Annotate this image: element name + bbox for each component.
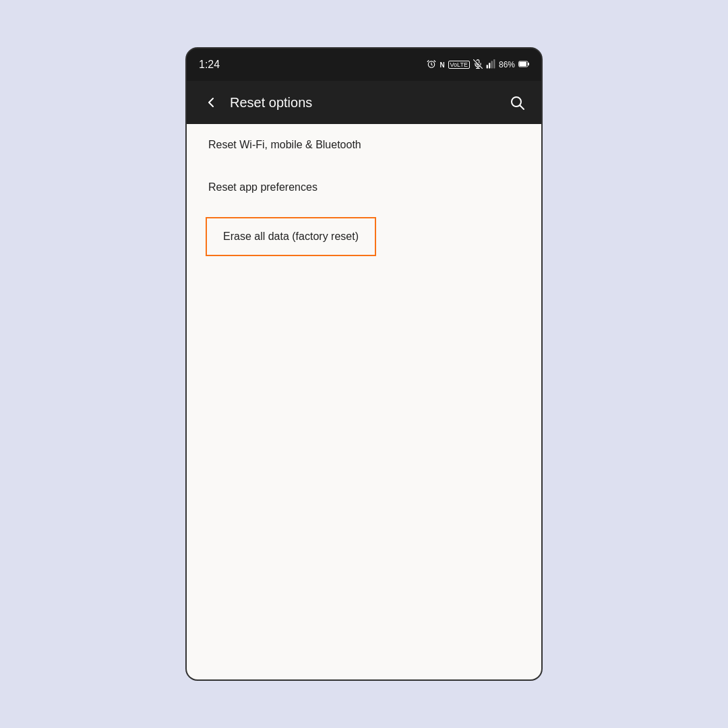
search-button[interactable] — [504, 89, 530, 116]
svg-rect-4 — [487, 65, 488, 68]
page-title: Reset options — [230, 95, 504, 111]
status-bar: 1:24 N VoLTE — [187, 49, 541, 81]
highlighted-wrapper: Erase all data (factory reset) — [187, 209, 541, 264]
mute-icon — [473, 59, 483, 70]
svg-rect-7 — [493, 59, 495, 68]
battery-percent: 86% — [499, 60, 515, 69]
svg-rect-9 — [528, 63, 529, 65]
menu-item-reset-wifi[interactable]: Reset Wi-Fi, mobile & Bluetooth — [187, 124, 541, 166]
content-area: Reset Wi-Fi, mobile & Bluetooth Reset ap… — [187, 124, 541, 679]
phone-frame: 1:24 N VoLTE — [185, 47, 543, 681]
back-arrow-icon — [203, 94, 219, 111]
svg-line-12 — [520, 106, 524, 110]
battery-icon — [518, 59, 529, 70]
menu-item-reset-app-label: Reset app preferences — [208, 181, 317, 193]
volte-icon: VoLTE — [448, 61, 470, 69]
svg-rect-6 — [491, 61, 493, 68]
menu-item-reset-wifi-label: Reset Wi-Fi, mobile & Bluetooth — [208, 139, 361, 150]
nfc-icon: N — [439, 61, 444, 69]
svg-rect-5 — [489, 63, 490, 68]
alarm-icon — [427, 59, 436, 70]
menu-item-reset-app[interactable]: Reset app preferences — [187, 166, 541, 209]
back-button[interactable] — [198, 89, 224, 116]
signal-icon — [486, 59, 495, 70]
status-icons: N VoLTE — [427, 59, 529, 70]
status-time: 1:24 — [199, 59, 220, 71]
app-bar: Reset options — [187, 81, 541, 124]
menu-item-factory-reset-label: Erase all data (factory reset) — [223, 231, 359, 242]
svg-rect-10 — [519, 62, 526, 67]
menu-item-factory-reset[interactable]: Erase all data (factory reset) — [206, 217, 376, 256]
search-icon — [509, 94, 525, 111]
